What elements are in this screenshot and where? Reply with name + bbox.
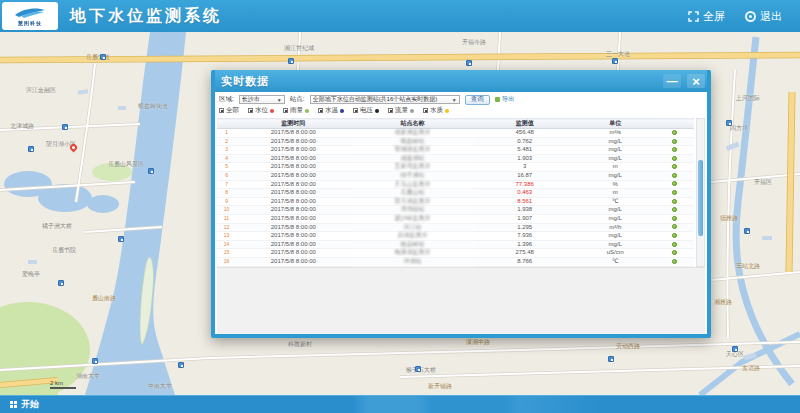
exit-button[interactable]: 退出	[745, 9, 782, 24]
table-row[interactable]: 8 2017/5/8 8:00:00 岳麓山站 0.463 m	[217, 189, 694, 198]
start-label: 开始	[21, 398, 39, 411]
cell-status	[656, 129, 694, 138]
status-ok-icon	[672, 181, 677, 186]
row-number: 14	[217, 240, 236, 249]
cell-unit: ℃	[575, 257, 656, 266]
start-button[interactable]: 开始	[0, 396, 49, 413]
close-button[interactable]: ×	[687, 74, 705, 88]
cell-station-name: 银盆岭站	[351, 137, 475, 146]
cell-value: 8.561	[475, 197, 575, 206]
table-scrollbar[interactable]	[696, 118, 705, 267]
logo-swoosh-icon	[13, 6, 47, 20]
sensor-type-checkbox[interactable]: 雨量	[283, 106, 309, 115]
map-scale-label: 2 km	[50, 380, 63, 386]
col-header-num	[217, 119, 236, 129]
table-row[interactable]: 9 2017/5/8 8:00:00 望月湖监测井 8.561 ℃	[217, 197, 694, 206]
table-row[interactable]: 13 2017/5/8 8:00:00 后湖监测井 7.936 mg/L	[217, 232, 694, 241]
map-label: 德雅路	[720, 214, 738, 223]
status-ok-icon	[672, 250, 677, 255]
status-ok-icon	[672, 139, 677, 144]
sensor-type-checkbox[interactable]: 全部	[219, 106, 239, 115]
modal-titlebar[interactable]: 实时数据 — ×	[215, 70, 707, 92]
query-button[interactable]: 查询	[465, 95, 490, 105]
table-row[interactable]: 16 2017/5/8 8:00:00 洋湖站 8.766 ℃	[217, 257, 694, 266]
export-link[interactable]: 导出	[495, 95, 515, 104]
sensor-type-checkbox[interactable]: 流量	[388, 106, 414, 115]
table-row[interactable]: 15 2017/5/8 8:00:00 梅溪湖监测井 275.48 uS/cm	[217, 249, 694, 258]
header-actions: 全屏 退出	[688, 9, 800, 24]
poi-marker-icon	[726, 120, 732, 126]
poi-marker-icon	[612, 58, 618, 64]
sensor-type-checkbox[interactable]: 水质	[423, 106, 449, 115]
cell-station-name: 咸嘉湖站	[351, 154, 475, 163]
row-number: 13	[217, 232, 236, 241]
sensor-type-label: 全部	[226, 106, 239, 115]
cell-unit: m	[575, 189, 656, 198]
cell-status	[656, 154, 694, 163]
status-ok-icon	[672, 164, 677, 169]
table-row[interactable]: 1 2017/5/8 8:00:00 傅家洲监测井 456.48 m³/s	[217, 129, 694, 138]
cell-time: 2017/5/8 8:00:00	[236, 197, 350, 206]
table-row[interactable]: 11 2017/5/8 8:00:00 观沙岭监测井 1.907 mg/L	[217, 214, 694, 223]
table-row[interactable]: 5 2017/5/8 8:00:00 王家湾监测井 3 m	[217, 163, 694, 172]
realtime-data-window: 实时数据 — × 区域: 长沙市 ▼ 站点: 全部地下水位自动监测站(共16个站…	[211, 70, 711, 338]
region-select[interactable]: 长沙市 ▼	[239, 95, 285, 104]
cell-station-name: 滨江站	[351, 223, 475, 232]
cell-time: 2017/5/8 8:00:00	[236, 223, 350, 232]
table-row[interactable]: 2 2017/5/8 8:00:00 银盆岭站 0.762 mg/L	[217, 137, 694, 146]
modal-title: 实时数据	[215, 74, 269, 89]
poi-marker-icon	[92, 358, 98, 364]
cell-time: 2017/5/8 8:00:00	[236, 129, 350, 138]
map-label: 四方坪	[730, 124, 748, 133]
row-number: 1	[217, 129, 236, 138]
map-label: 猴子石大桥	[406, 366, 436, 375]
map-label: 劳动西路	[616, 342, 640, 351]
sensor-type-label: 雨量	[290, 106, 303, 115]
status-ok-icon	[672, 242, 677, 247]
status-ok-icon	[672, 156, 677, 161]
poi-marker-icon	[178, 362, 184, 368]
row-number: 6	[217, 171, 236, 180]
checkbox-icon	[283, 108, 288, 113]
cell-unit: uS/cm	[575, 249, 656, 258]
table-row[interactable]: 4 2017/5/8 8:00:00 咸嘉湖站 1.903 mg/L	[217, 154, 694, 163]
cell-unit: mg/L	[575, 137, 656, 146]
region-label: 区域:	[219, 95, 234, 104]
table-row[interactable]: 7 2017/5/8 8:00:00 天马山监测井 77.386 %	[217, 180, 694, 189]
cell-time: 2017/5/8 8:00:00	[236, 171, 350, 180]
table-row[interactable]: 10 2017/5/8 8:00:00 溁湾镇站 1.938 mg/L	[217, 206, 694, 215]
col-header-station: 站点名称	[351, 119, 475, 129]
table-row[interactable]: 14 2017/5/8 8:00:00 桃花岭站 1.396 mg/L	[217, 240, 694, 249]
scrollbar-thumb[interactable]	[698, 160, 703, 236]
sensor-color-dot	[305, 109, 309, 113]
cell-time: 2017/5/8 8:00:00	[236, 257, 350, 266]
logo-text: 慧图科技	[18, 20, 42, 26]
sensor-type-checkbox[interactable]: 电压	[353, 106, 379, 115]
map-label: 上河国际	[736, 94, 760, 103]
fullscreen-button[interactable]: 全屏	[688, 9, 725, 24]
chevron-down-icon: ▼	[277, 97, 282, 103]
table-row[interactable]: 6 2017/5/8 8:00:00 桔子洲站 16.87 mg/L	[217, 171, 694, 180]
table-row[interactable]: 12 2017/5/8 8:00:00 滨江站 1.295 m³/h	[217, 223, 694, 232]
table-row[interactable]: 3 2017/5/8 8:00:00 望城坡监测井 5.481 mg/L	[217, 146, 694, 155]
minimize-button[interactable]: —	[663, 74, 681, 88]
row-number: 12	[217, 223, 236, 232]
cell-value: 1.295	[475, 223, 575, 232]
sensor-color-dot	[375, 109, 379, 113]
cell-value: 5.481	[475, 146, 575, 155]
status-ok-icon	[672, 224, 677, 229]
filter-toolbar: 区域: 长沙市 ▼ 站点: 全部地下水位自动监测站(共16个站点实时数据) ▼ …	[215, 92, 707, 117]
cell-unit: mg/L	[575, 214, 656, 223]
status-ok-icon	[672, 216, 677, 221]
map-scale: 2 km	[50, 380, 76, 389]
cell-station-name: 后湖监测井	[351, 232, 475, 241]
sensor-type-checkbox[interactable]: 水温	[318, 106, 344, 115]
station-select[interactable]: 全部地下水位自动监测站(共16个站点实时数据) ▼	[310, 95, 460, 104]
cell-value: 1.938	[475, 206, 575, 215]
sensor-color-dot	[270, 109, 274, 113]
sensor-type-checkbox[interactable]: 水位	[248, 106, 274, 115]
cell-unit: m³/h	[575, 223, 656, 232]
cell-status	[656, 232, 694, 241]
row-number: 10	[217, 206, 236, 215]
cell-status	[656, 189, 694, 198]
